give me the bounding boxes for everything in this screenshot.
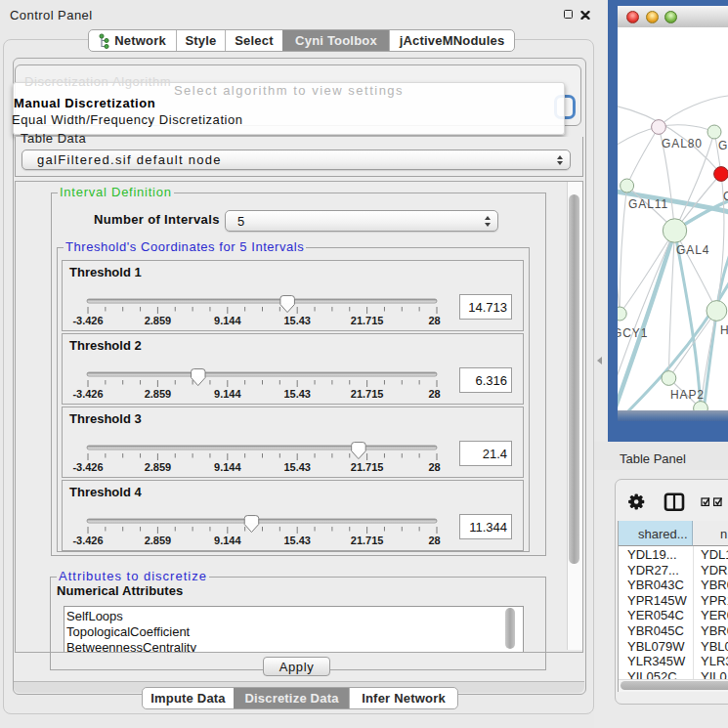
svg-text:GAL80: GAL80	[662, 137, 703, 150]
svg-text:9.144: 9.144	[214, 535, 241, 546]
svg-text:9.144: 9.144	[214, 315, 241, 326]
svg-text:21.715: 21.715	[351, 535, 384, 546]
svg-text:-3.426: -3.426	[72, 535, 103, 546]
svg-text:GAL11: GAL11	[628, 197, 668, 211]
svg-text:28: 28	[428, 461, 440, 473]
svg-text:GAL4: GAL4	[676, 243, 709, 257]
svg-text:2.859: 2.859	[145, 535, 172, 546]
svg-text:28: 28	[428, 535, 440, 546]
svg-text:-3.426: -3.426	[72, 315, 103, 326]
svg-text:HAP2: HAP2	[670, 388, 705, 402]
svg-text:21.715: 21.715	[351, 315, 384, 326]
svg-text:21.715: 21.715	[351, 461, 384, 473]
svg-text:15.43: 15.43	[283, 535, 311, 546]
svg-text:GA: GA	[718, 139, 728, 152]
svg-text:HI: HI	[720, 323, 728, 337]
svg-text:15.43: 15.43	[283, 388, 311, 400]
svg-text:C: C	[723, 190, 728, 203]
svg-text:2.859: 2.859	[145, 315, 172, 326]
svg-text:28: 28	[428, 388, 440, 400]
svg-text:-3.426: -3.426	[72, 388, 103, 400]
svg-text:9.144: 9.144	[214, 388, 241, 400]
svg-text:GCY1: GCY1	[618, 326, 648, 340]
svg-text:2.859: 2.859	[145, 388, 172, 400]
svg-text:2.859: 2.859	[145, 461, 172, 473]
svg-text:-3.426: -3.426	[72, 461, 103, 473]
svg-text:28: 28	[428, 315, 440, 326]
svg-text:15.43: 15.43	[283, 315, 311, 326]
svg-text:21.715: 21.715	[351, 388, 384, 400]
svg-text:15.43: 15.43	[283, 461, 311, 473]
svg-text:9.144: 9.144	[214, 461, 241, 473]
